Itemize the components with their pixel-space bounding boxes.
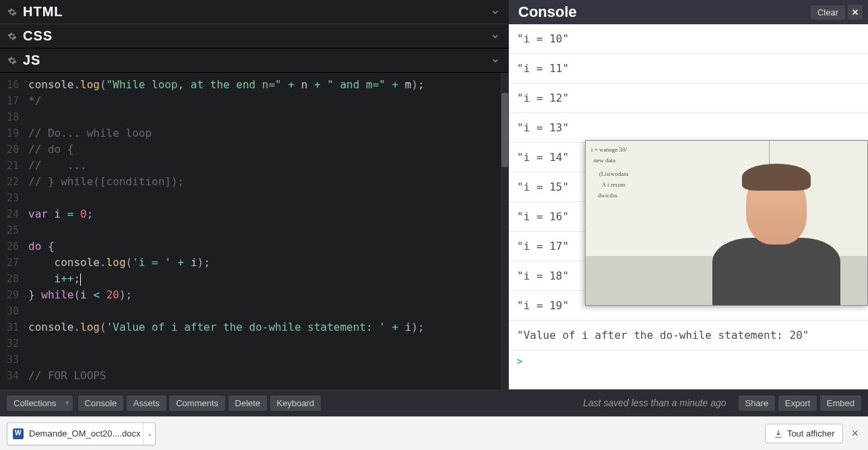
line-number: 24 [0,206,23,222]
chevron-down-icon[interactable]: ⌄ [143,423,155,445]
embed-button[interactable]: Embed [820,395,861,411]
js-code-editor[interactable]: 16171819202122232425262728293031323334 c… [0,73,509,389]
line-number: 19 [0,125,23,141]
code-line[interactable] [23,303,509,319]
code-line[interactable] [23,335,509,352]
downloads-bar: Demande_OM_oct20....docx ⌄ Tout afficher… [0,416,868,450]
save-status: Last saved less than a minute ago [583,397,726,408]
editor-scrollbar-thumb[interactable] [501,93,508,167]
code-line[interactable]: // do { [23,141,509,158]
code-line[interactable]: } while(i < 20); [23,287,509,303]
line-number: 26 [0,238,23,255]
gear-icon[interactable] [7,31,18,42]
console-title: Console [514,3,577,21]
video-picture-in-picture[interactable]: i = wanage 30/ new data (Lisiwodass A i … [585,140,868,306]
code-line[interactable]: console.log('Value of i after the do-whi… [23,319,509,335]
code-line[interactable] [23,222,509,238]
code-line[interactable] [23,190,509,206]
gear-icon[interactable] [7,7,18,18]
js-panel-title: JS [23,53,40,68]
console-header: Console Clear [509,0,868,24]
line-number: 17 [0,93,23,109]
code-line[interactable] [23,352,509,368]
code-line[interactable]: // FOR LOOPS [23,368,509,384]
code-line[interactable]: // ... [23,158,509,174]
line-number: 29 [0,287,23,303]
console-button[interactable]: Console [78,395,124,411]
line-number: 23 [0,190,23,206]
html-panel-title: HTML [23,4,63,20]
chevron-down-icon[interactable] [489,54,502,67]
console-line: "i = 12" [509,84,868,113]
chevron-down-icon[interactable] [489,30,502,43]
word-doc-icon [13,428,24,439]
share-button[interactable]: Share [739,395,776,411]
line-number-gutter: 16171819202122232425262728293031323334 [0,73,23,389]
keyboard-button[interactable]: Keyboard [270,395,321,411]
bottom-toolbar: Collections Console Assets Comments Dele… [0,389,868,416]
download-filename: Demande_OM_oct20....docx [29,428,140,439]
css-panel-title: CSS [23,28,53,44]
line-number: 31 [0,319,23,335]
chevron-down-icon[interactable] [489,5,502,19]
line-number: 27 [0,255,23,271]
console-prompt[interactable]: > [509,350,868,372]
code-line[interactable]: // } while([condition]); [23,174,509,190]
line-number: 16 [0,77,23,93]
comments-button[interactable]: Comments [169,395,225,411]
export-button[interactable]: Export [778,395,817,411]
line-number: 21 [0,158,23,174]
close-icon[interactable]: × [848,426,861,441]
show-all-downloads-button[interactable]: Tout afficher [765,424,844,443]
delete-button[interactable]: Delete [228,395,268,411]
collections-dropdown[interactable]: Collections [7,395,73,411]
code-line[interactable]: console.log('i = ' + i); [23,255,509,271]
code-line[interactable]: */ [23,93,509,109]
code-line[interactable]: // Do... while loop [23,125,509,141]
line-number: 32 [0,335,23,352]
line-number: 22 [0,174,23,190]
code-line[interactable] [23,109,509,125]
line-number: 25 [0,222,23,238]
js-panel-header[interactable]: JS [0,49,509,73]
download-icon [774,429,783,439]
console-line: "i = 13" [509,113,868,143]
show-all-label: Tout afficher [787,428,835,439]
line-number: 34 [0,368,23,384]
line-number: 30 [0,303,23,319]
code-line[interactable]: var i = 0; [23,206,509,222]
line-number: 20 [0,141,23,158]
clear-button[interactable]: Clear [811,5,845,20]
console-line: "i = 11" [509,54,868,84]
gear-icon[interactable] [7,55,18,66]
code-content[interactable]: console.log("While loop, at the end n=" … [23,73,509,389]
line-number: 18 [0,109,23,125]
download-item[interactable]: Demande_OM_oct20....docx ⌄ [7,422,156,445]
close-icon[interactable] [848,5,863,20]
console-line: "i = 10" [509,24,868,54]
code-line[interactable]: i++; [23,271,509,287]
console-line: "Value of i after the do-while statement… [509,321,868,350]
editor-scrollbar-track[interactable] [501,73,509,389]
assets-button[interactable]: Assets [127,395,166,411]
line-number: 33 [0,352,23,368]
html-panel-header[interactable]: HTML [0,0,509,24]
css-panel-header[interactable]: CSS [0,24,509,49]
code-line[interactable]: console.log("While loop, at the end n=" … [23,77,509,93]
line-number: 28 [0,271,23,287]
code-line[interactable]: do { [23,238,509,255]
